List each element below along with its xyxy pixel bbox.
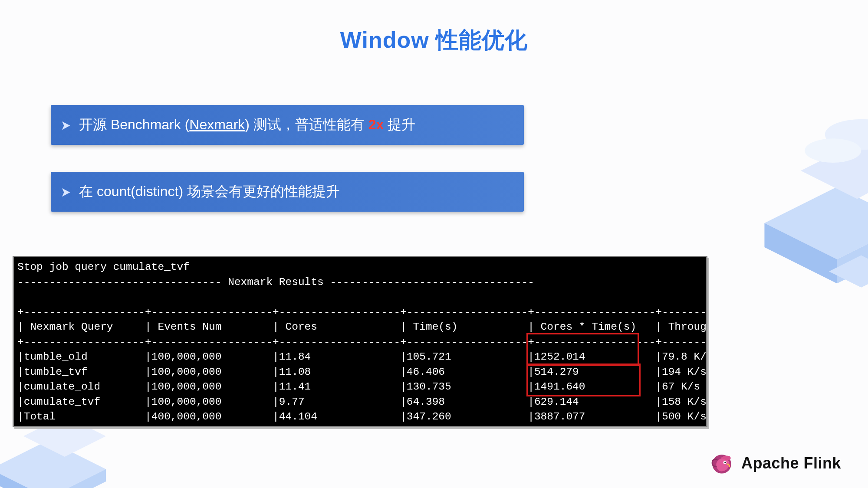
bullet1-pre: 开源 Benchmark ( [79,117,189,132]
slide-title: Window 性能优化 [0,25,868,56]
bullet1-post: 提升 [384,117,415,132]
flink-logo-icon [709,451,734,476]
decoration-cloud-right [738,78,868,304]
brand-footer: Apache Flink [709,451,841,476]
nexmark-link[interactable]: Nexmark [189,117,245,132]
svg-point-15 [724,462,726,463]
bullet-count-distinct: ➤ 在 count(distinct) 场景会有更好的性能提升 [51,172,524,212]
chevron-right-icon: ➤ [61,118,71,133]
chevron-right-icon: ➤ [61,184,71,200]
highlight-box-tumble [526,333,639,366]
svg-point-11 [805,138,861,163]
bullet-benchmark: ➤ 开源 Benchmark (Nexmark) 测试，普适性能有 2x 提升 [51,105,524,145]
bullet1-highlight: 2x [368,117,384,132]
brand-text: Apache Flink [741,454,841,472]
bullet1-mid: ) 测试，普适性能有 [245,117,368,132]
bullet2-text: 在 count(distinct) 场景会有更好的性能提升 [79,182,340,201]
highlight-box-cumulate [526,364,641,396]
